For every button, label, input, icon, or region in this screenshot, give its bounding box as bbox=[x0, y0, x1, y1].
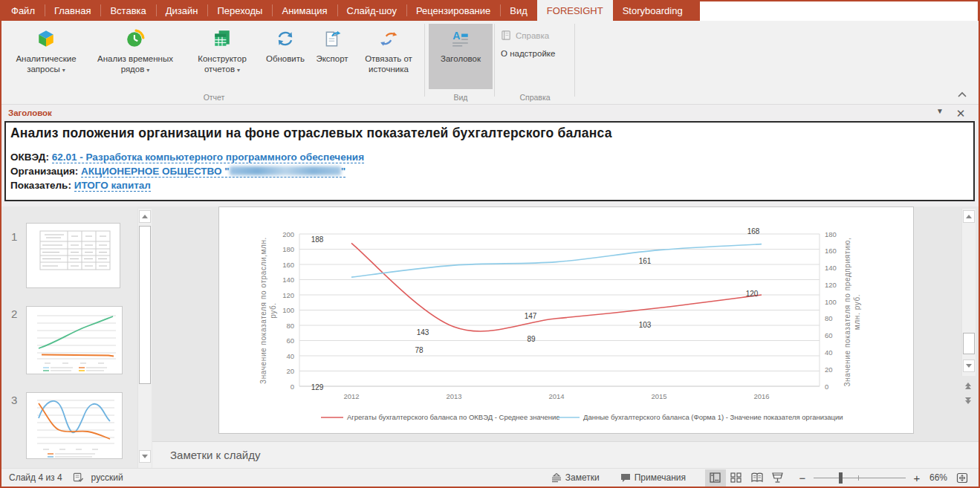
tab-storyboarding[interactable]: Storyboarding bbox=[613, 0, 692, 21]
svg-text:80: 80 bbox=[825, 314, 833, 322]
zoom-level[interactable]: 66% bbox=[929, 472, 947, 483]
notes-icon bbox=[551, 473, 562, 483]
svg-text:160: 160 bbox=[825, 247, 837, 255]
thumbnail-scrollbar[interactable] bbox=[137, 209, 152, 468]
slide-2-thumbnail[interactable] bbox=[26, 306, 123, 374]
arrow-down-icon bbox=[966, 364, 972, 368]
ribbon: Аналитические запросы▾ Анализ временных … bbox=[1, 21, 979, 104]
svg-text:2016: 2016 bbox=[753, 392, 769, 400]
report-table-icon bbox=[212, 27, 232, 51]
tab-insert[interactable]: Вставка bbox=[100, 0, 155, 21]
clock-icon bbox=[126, 27, 145, 51]
export-button[interactable]: Экспорт bbox=[309, 24, 355, 89]
slide-counter[interactable]: Слайд 4 из 4 bbox=[9, 472, 62, 483]
okved-field: ОКВЭД: 62.01 - Разработка компьютерного … bbox=[10, 150, 967, 164]
tab-file[interactable]: Файл bbox=[1, 0, 45, 21]
svg-text:Данные бухгалтерского баланса: Данные бухгалтерского баланса (Форма 1) … bbox=[583, 413, 843, 421]
svg-text:60: 60 bbox=[286, 336, 294, 345]
tab-animations[interactable]: Анимация bbox=[272, 0, 337, 21]
analytical-queries-button[interactable]: Аналитические запросы▾ bbox=[4, 24, 88, 89]
editor-scrollbar[interactable] bbox=[961, 209, 976, 376]
svg-text:188: 188 bbox=[311, 235, 324, 244]
slide-1-thumbnail[interactable] bbox=[26, 223, 120, 288]
svg-text:140: 140 bbox=[825, 264, 837, 272]
normal-view-button[interactable] bbox=[705, 469, 726, 487]
svg-text:180: 180 bbox=[282, 245, 294, 253]
ribbon-tab-bar: Файл Главная Вставка Дизайн Переходы Ани… bbox=[1, 0, 979, 21]
normal-view-icon bbox=[710, 472, 721, 483]
svg-text:143: 143 bbox=[417, 328, 429, 336]
thumbnail-scrollbar-thumb[interactable] bbox=[139, 226, 151, 384]
pane-close-icon[interactable]: ✕ bbox=[953, 107, 968, 120]
zoom-slider-thumb[interactable] bbox=[839, 472, 843, 484]
title-pane: Заголовок ▼ ✕ Анализ положения организац… bbox=[1, 104, 979, 206]
organization-link[interactable]: АКЦИОНЕРНОЕ ОБЩЕСТВО "" bbox=[81, 166, 345, 178]
dropdown-caret-icon: ▾ bbox=[146, 67, 149, 74]
tab-review[interactable]: Рецензирование bbox=[406, 0, 500, 21]
slide-2-thumbnail-chart bbox=[27, 307, 122, 374]
title-toggle-button[interactable]: A Заголовок bbox=[429, 24, 493, 89]
tab-transitions[interactable]: Переходы bbox=[207, 0, 272, 21]
zoom-slider[interactable] bbox=[814, 469, 906, 487]
pane-menu-caret-icon[interactable]: ▼ bbox=[932, 107, 947, 115]
group-label-help: Справка bbox=[495, 93, 575, 102]
comments-toggle-button[interactable]: Примечания bbox=[620, 472, 686, 483]
refresh-button[interactable]: Обновить bbox=[262, 24, 309, 89]
cube-icon bbox=[36, 27, 56, 51]
report-designer-button[interactable]: Конструктор отчетов▾ bbox=[183, 24, 262, 89]
svg-text:120: 120 bbox=[825, 281, 837, 289]
svg-text:Значение показателя по отрасли: Значение показателя по отрасли,млн.руб. bbox=[259, 237, 277, 384]
editor-scrollbar-thumb[interactable] bbox=[963, 333, 975, 354]
zoom-out-button[interactable]: − bbox=[797, 472, 808, 484]
svg-text:100: 100 bbox=[825, 298, 837, 306]
slide-notes-area[interactable]: Заметки к слайду bbox=[152, 441, 979, 468]
report-heading: Анализ положения организации на фоне отр… bbox=[10, 126, 967, 141]
slide-canvas[interactable]: 0204060801001201401601802000204060801001… bbox=[218, 206, 914, 434]
language-indicator[interactable]: русский bbox=[91, 472, 123, 483]
previous-slide-button[interactable] bbox=[962, 380, 974, 391]
svg-text:40: 40 bbox=[825, 348, 833, 357]
reading-view-button[interactable] bbox=[747, 469, 768, 487]
unbind-source-button[interactable]: Отвязать от источника bbox=[355, 24, 422, 89]
slideshow-icon bbox=[772, 472, 783, 483]
export-document-icon bbox=[322, 27, 342, 51]
svg-text:0: 0 bbox=[291, 383, 294, 391]
collapse-ribbon-button[interactable] bbox=[956, 89, 968, 100]
svg-text:60: 60 bbox=[825, 331, 833, 339]
tab-slideshow[interactable]: Слайд-шоу bbox=[337, 0, 406, 21]
ribbon-group-help: Справка О надстройке Справка bbox=[495, 21, 575, 104]
tab-home[interactable]: Главная bbox=[45, 0, 100, 21]
time-series-analysis-button[interactable]: Анализ временных рядов▾ bbox=[88, 24, 183, 89]
tab-design[interactable]: Дизайн bbox=[156, 0, 208, 21]
next-slide-button[interactable] bbox=[962, 394, 974, 406]
notes-toggle-button[interactable]: Заметки bbox=[551, 472, 600, 483]
svg-text:120: 120 bbox=[282, 291, 294, 299]
indicator-link[interactable]: ИТОГО капитал bbox=[74, 180, 151, 192]
thumbnail-scroll-down-button[interactable] bbox=[139, 450, 151, 463]
slideshow-view-button[interactable] bbox=[768, 469, 788, 487]
fit-slide-to-window-button[interactable] bbox=[952, 469, 973, 487]
svg-text:2013: 2013 bbox=[446, 392, 461, 400]
title-heading-icon: A bbox=[451, 27, 470, 51]
svg-text:2012: 2012 bbox=[343, 392, 359, 400]
slide-sorter-view-button[interactable] bbox=[726, 469, 747, 487]
tab-view[interactable]: Вид bbox=[500, 0, 537, 21]
fit-to-window-icon bbox=[956, 472, 968, 484]
svg-text:Агрегаты бухгалтерского баланс: Агрегаты бухгалтерского баланса по ОКВЭД… bbox=[347, 413, 560, 421]
slide-3-number: 3 bbox=[11, 394, 17, 406]
slide-3-thumbnail[interactable] bbox=[26, 392, 123, 459]
thumbnail-scroll-up-button[interactable] bbox=[139, 210, 151, 223]
about-addin-button[interactable]: О надстройке bbox=[495, 45, 575, 62]
spellcheck-icon[interactable] bbox=[73, 472, 84, 483]
tab-foresight[interactable]: FORESIGHT bbox=[537, 0, 613, 21]
okved-link[interactable]: 62.01 - Разработка компьютерного програм… bbox=[52, 152, 364, 163]
workspace: 1 bbox=[1, 206, 979, 468]
svg-text:161: 161 bbox=[639, 257, 652, 265]
svg-text:200: 200 bbox=[282, 230, 294, 238]
title-pane-content: Анализ положения организации на фоне отр… bbox=[4, 121, 975, 201]
slide-thumbnail-pane: 1 bbox=[1, 206, 137, 468]
svg-text:20: 20 bbox=[286, 367, 294, 375]
zoom-in-button[interactable]: + bbox=[912, 472, 922, 484]
editor-scroll-up-button[interactable] bbox=[963, 210, 975, 223]
editor-scroll-down-button[interactable] bbox=[963, 360, 975, 372]
